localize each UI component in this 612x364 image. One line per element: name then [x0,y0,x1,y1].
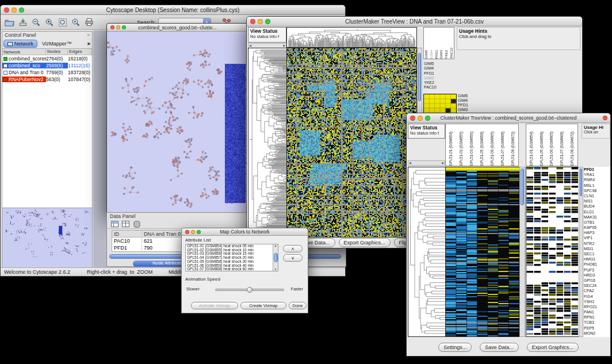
column-header[interactable]: GPL51-02 (GSM855) [456,124,466,166]
scrollbar-thumb[interactable] [580,168,582,196]
export-graphics-button[interactable]: Export Graphics... [339,238,391,247]
tab-network[interactable]: Network [3,40,37,48]
treeview-combined-titlebar[interactable]: ClusterMaker TreeView : combined_scores_… [407,113,610,123]
scroll-left-icon[interactable]: ◀ [249,44,251,47]
gene-label[interactable]: MSI1 [584,246,610,251]
control-panel-float-icon[interactable]: × [87,32,90,39]
tab-vizmapper[interactable]: VizMapper™ [39,40,75,47]
attribute-listbox[interactable]: GPL51-01 (GSM854) heat shock 05 minGPL51… [185,244,278,271]
gene-label[interactable]: MAK31 [584,214,610,220]
matrix-label[interactable]: GIM4 [458,98,485,103]
export-graphics-button[interactable]: Export Graphics... [527,343,579,352]
column-header[interactable]: PAC10 [449,28,454,59]
gene-label[interactable]: HAP3 [584,230,610,235]
row-label[interactable]: GIM3 [424,76,454,81]
matrix-label[interactable]: GIM5 [458,94,485,98]
gene-label[interactable]: RPO21 [584,304,610,309]
panel-close-icon[interactable] [603,116,607,120]
gene-label[interactable]: MON2 [584,331,610,336]
gene-label[interactable]: YSH1 [584,299,610,304]
network-view-titlebar[interactable]: combined_scores_good.txt--cluste... [107,24,248,32]
gene-label[interactable]: NTR2 [584,241,610,246]
column-header[interactable]: GPL51-06 (GSM865) [547,124,557,166]
gene-label[interactable]: VIP1 [584,235,610,240]
zoom-out-icon[interactable] [30,17,41,28]
gene-label[interactable]: ELG1 [584,209,610,214]
scroll-right-icon[interactable]: ▶ [442,162,444,164]
dendrogram-left-canvas[interactable] [248,48,287,237]
gene-label[interactable]: YRA1 [584,172,610,177]
attribute-item[interactable]: GPL51-07 (GSM868) heat shock 60 min [186,267,273,271]
close-button[interactable] [250,19,255,24]
gene-label[interactable]: GTB1 [584,220,610,225]
gene-label[interactable]: RPN1 [584,315,610,320]
column-header[interactable]: GIM5 [424,28,429,59]
column-header[interactable]: GPL51-06 (GSM865) [487,124,498,166]
speed-slider[interactable] [215,289,284,291]
gene-label[interactable]: CLN1 [584,193,610,198]
open-folder-icon[interactable] [4,17,15,28]
select-attributes-icon[interactable] [110,220,119,228]
column-header[interactable]: GPL51-05 (GSM858) [477,124,487,166]
scrollbar-thumb[interactable] [418,53,421,101]
minimize-button[interactable] [418,116,423,121]
close-button[interactable] [185,230,189,234]
gene-label[interactable]: SPC98 [584,188,610,193]
network-row[interactable]: combined_scores 2764(0) 16218(0) [2,55,92,62]
tab-overflow-icon[interactable]: ▶ [88,41,91,46]
scroll-left-icon[interactable]: ◀ [409,162,411,164]
column-header[interactable]: GPL51-01 (GSM854) [526,124,537,166]
printer-icon[interactable] [83,17,94,28]
network-row-destroyed[interactable]: RNAPuberNov2 563(0) 107847(0) [2,76,92,83]
maximize-button[interactable] [425,116,430,121]
gene-label[interactable]: TCB3 [584,320,610,325]
zoom-in-icon[interactable] [44,17,55,28]
column-header[interactable]: GPL51-08 (GSM872) [508,124,518,166]
done-button[interactable]: Done [289,302,307,309]
import-icon[interactable] [17,17,28,28]
minimize-button[interactable] [191,230,195,234]
column-header[interactable]: GPL51-07 (GSM868) [557,124,567,166]
gene-label[interactable]: SEC24 [584,283,610,288]
network-row-selected[interactable]: combined_sco 2569(6) 13112(15) [2,62,92,69]
row-label[interactable]: PFD1 [424,71,454,76]
create-attribute-icon[interactable] [121,220,130,228]
overview-canvas[interactable] [2,208,92,271]
column-header[interactable]: GPL51-05 (GSM858) [537,124,547,166]
h-scrollbar[interactable]: ◀ ▶ [408,160,445,166]
column-id[interactable]: ID [112,231,142,237]
row-label[interactable]: PAC10 [424,85,454,90]
column-header[interactable]: PFD1 [434,28,439,59]
listbox-scrollbar[interactable]: ▲ ▼ [273,244,278,271]
heatmap-canvas[interactable] [286,48,417,237]
maximize-button[interactable] [197,230,201,234]
gene-label[interactable]: PUF3 [584,267,610,273]
row-label[interactable]: GIM4 [424,66,454,71]
scroll-right-icon[interactable]: ▶ [283,44,285,47]
animate-vizmap-button[interactable]: Animate Vizmap [191,302,238,309]
gene-label[interactable]: RNR4 [584,177,610,182]
zoom-fit-icon[interactable] [57,17,68,28]
row-label[interactable]: GIM5 [424,62,454,66]
gene-label[interactable]: PHO81 [584,262,610,267]
gene-label[interactable]: MSL1 [584,183,610,188]
save-data-button[interactable]: Save Data... [480,343,519,352]
scroll-up-icon[interactable]: ▲ [274,244,277,247]
scroll-down-icon[interactable]: ▼ [274,268,277,271]
dendrogram-top-canvas[interactable] [286,27,417,48]
gene-label[interactable]: HRD3 [584,273,610,278]
minimize-button[interactable] [258,19,263,24]
gene-label[interactable]: PFD1 [584,167,610,172]
create-vizmap-button[interactable]: Create Vizmap [240,302,286,309]
dialog-titlebar[interactable]: Map Colors to Network [182,228,308,236]
minimize-button[interactable] [116,25,120,29]
matrix-label[interactable]: GIM3 [458,108,485,112]
gene-label[interactable]: PEP5 [584,325,610,331]
network-canvas[interactable] [107,32,248,212]
column-header[interactable]: GIM3 [439,28,444,59]
gene-label[interactable]: PAN1 [584,309,610,315]
zoom-selected-icon[interactable] [70,17,81,28]
gene-label[interactable]: SEC1 [584,251,610,256]
maximize-button[interactable] [265,19,270,24]
matrix-label[interactable]: PFD1 [458,103,485,108]
